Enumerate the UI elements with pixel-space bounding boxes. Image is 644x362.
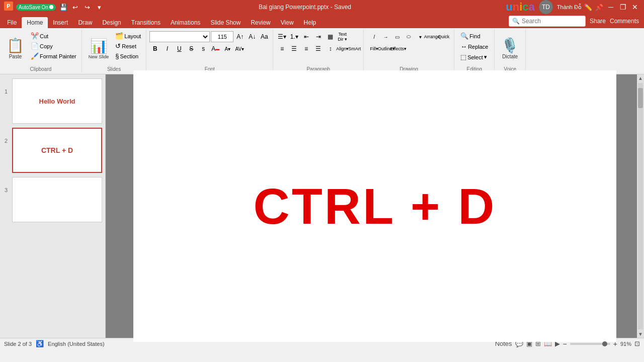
- decrease-indent-button[interactable]: ⇤: [301, 31, 312, 42]
- redo-icon[interactable]: ↪: [83, 3, 92, 12]
- slide-canvas[interactable]: CTRL + D: [133, 70, 616, 342]
- unica-logo: unica: [506, 1, 535, 14]
- cut-button[interactable]: ✂️ Cut: [29, 31, 78, 41]
- tab-slideshow[interactable]: Slide Show: [205, 17, 246, 28]
- canvas-area[interactable]: CTRL + D ▲ ▼: [106, 74, 644, 338]
- format-painter-button[interactable]: 🖌️ Format Painter: [29, 51, 78, 61]
- reset-button[interactable]: ↺ Reset: [113, 41, 143, 51]
- align-center-button[interactable]: ☰: [289, 43, 300, 54]
- user-avatar[interactable]: TD: [539, 0, 553, 14]
- slide-thumb-3[interactable]: [12, 177, 102, 222]
- quick-access-dropdown[interactable]: ▾: [95, 3, 104, 12]
- increase-indent-button[interactable]: ⇥: [313, 31, 324, 42]
- find-button[interactable]: 🔍 Find: [458, 31, 482, 41]
- align-right-button[interactable]: ≡: [301, 43, 312, 54]
- save-icon[interactable]: 💾: [59, 3, 68, 12]
- font-color-button[interactable]: A▬: [210, 43, 221, 54]
- titlebar-left: P AutoSave On 💾 ↩ ↪ ▾: [4, 2, 104, 13]
- slide-thumb-2[interactable]: CTRL + D: [12, 128, 102, 173]
- slide-number-3: 3: [3, 177, 9, 193]
- shape-line-button[interactable]: /: [369, 31, 380, 42]
- autosave-toggle[interactable]: [49, 5, 53, 9]
- zoom-percent[interactable]: 91%: [620, 341, 631, 347]
- align-text-button[interactable]: Align▾: [337, 43, 348, 54]
- increase-font-button[interactable]: A↑: [234, 31, 246, 42]
- character-spacing-button[interactable]: AV▾: [234, 43, 245, 54]
- select-button[interactable]: ⬚ Select ▾: [458, 52, 489, 62]
- highlight-button[interactable]: A▾: [222, 43, 233, 54]
- autosave-badge[interactable]: AutoSave On: [16, 4, 56, 11]
- slides-label: Slides: [107, 66, 121, 72]
- copy-button[interactable]: 📄 Copy: [29, 41, 78, 51]
- smartart-button[interactable]: SmArt: [349, 43, 360, 54]
- slide-number-2: 2: [3, 128, 9, 144]
- slide-item-1[interactable]: 1 Hello World: [3, 78, 102, 124]
- text-direction-button[interactable]: Text Dir ▾: [337, 31, 348, 42]
- dictate-button[interactable]: 🎙️ Dictate: [498, 31, 522, 65]
- zoom-slider-thumb[interactable]: [602, 341, 607, 346]
- search-input[interactable]: [522, 18, 582, 25]
- comments-button[interactable]: Comments: [610, 18, 639, 25]
- restore-button[interactable]: ❐: [618, 2, 628, 12]
- shadow-button[interactable]: s: [198, 43, 209, 54]
- shape-arrow-button[interactable]: →: [380, 31, 391, 42]
- search-box[interactable]: 🔍: [509, 16, 586, 27]
- decrease-font-button[interactable]: A↓: [247, 31, 258, 42]
- clear-format-button[interactable]: Aa: [259, 31, 270, 42]
- bullets-button[interactable]: ☰▾: [277, 31, 288, 42]
- user-name[interactable]: Thành Đỗ: [557, 4, 582, 11]
- slide-item-2[interactable]: 2 CTRL + D: [3, 128, 102, 173]
- paste-button[interactable]: 📋 Paste: [3, 31, 28, 65]
- close-button[interactable]: ✕: [630, 2, 640, 12]
- bold-button[interactable]: B: [149, 43, 160, 54]
- replace-button[interactable]: ↔ Replace: [458, 42, 490, 51]
- tab-review[interactable]: Review: [246, 17, 275, 28]
- scroll-thumb[interactable]: [638, 88, 643, 108]
- zoom-slider[interactable]: [570, 343, 610, 345]
- slides-small-btns: 🗂️ Layout ↺ Reset § Section: [113, 31, 143, 61]
- pen-icon[interactable]: ✏️: [584, 3, 593, 12]
- underline-button[interactable]: U: [174, 43, 185, 54]
- quick-styles-button[interactable]: Quick: [438, 31, 449, 42]
- line-spacing-button[interactable]: ↕: [325, 43, 336, 54]
- shape-oval-button[interactable]: ⬭: [404, 31, 415, 42]
- undo-icon[interactable]: ↩: [71, 3, 80, 12]
- justify-button[interactable]: ☰: [313, 43, 324, 54]
- select-icon: ⬚: [460, 53, 466, 61]
- strikethrough-button[interactable]: S: [186, 43, 197, 54]
- slide-main-text[interactable]: CTRL + D: [254, 177, 497, 235]
- minimize-button[interactable]: ─: [606, 2, 616, 12]
- arrange-button[interactable]: Arrange: [427, 31, 438, 42]
- scroll-down-button[interactable]: ▼: [638, 330, 643, 338]
- tab-file[interactable]: File: [2, 17, 22, 28]
- shape-effects-button[interactable]: Effects▾: [393, 43, 404, 54]
- columns-button[interactable]: ▦: [325, 31, 336, 42]
- accessibility-icon[interactable]: ♿: [36, 340, 44, 347]
- shape-rect-button[interactable]: ▭: [392, 31, 403, 42]
- fit-slide-button[interactable]: ⊡: [634, 340, 640, 347]
- tab-draw[interactable]: Draw: [73, 17, 97, 28]
- tab-animations[interactable]: Animations: [166, 17, 205, 28]
- vertical-scrollbar[interactable]: ▲ ▼: [637, 74, 644, 338]
- ribbon-pin-icon[interactable]: 📌: [595, 3, 604, 12]
- layout-button[interactable]: 🗂️ Layout: [113, 31, 143, 41]
- scroll-track[interactable]: [638, 83, 643, 329]
- share-button[interactable]: Share: [590, 18, 606, 25]
- slide-thumb-1[interactable]: Hello World: [12, 78, 102, 124]
- italic-button[interactable]: I: [162, 43, 173, 54]
- numbering-button[interactable]: 1.▾: [289, 31, 300, 42]
- font-family-select[interactable]: [149, 31, 210, 42]
- tab-insert[interactable]: Insert: [48, 17, 73, 28]
- section-button[interactable]: § Section: [113, 51, 143, 61]
- tab-design[interactable]: Design: [97, 17, 126, 28]
- align-left-button[interactable]: ≡: [277, 43, 288, 54]
- tab-help[interactable]: Help: [299, 17, 321, 28]
- tab-home[interactable]: Home: [22, 17, 48, 28]
- tab-transitions[interactable]: Transitions: [126, 17, 166, 28]
- font-size-input[interactable]: [211, 31, 233, 42]
- drawing-row-2: Fill▾ Outline▾ Effects▾: [369, 43, 404, 54]
- slide-item-3[interactable]: 3: [3, 177, 102, 222]
- scroll-up-button[interactable]: ▲: [638, 74, 643, 82]
- new-slide-button[interactable]: 📊 New Slide: [85, 31, 113, 65]
- tab-view[interactable]: View: [276, 17, 299, 28]
